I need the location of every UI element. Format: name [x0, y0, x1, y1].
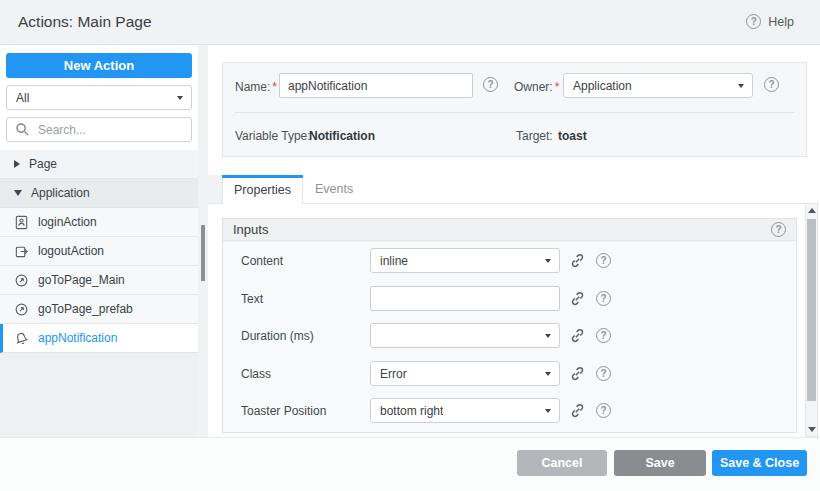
- sidebar-item-page[interactable]: Page: [0, 150, 198, 179]
- filter-select[interactable]: All: [6, 85, 192, 110]
- class-select[interactable]: Error: [370, 361, 560, 386]
- properties-scrollbar[interactable]: [805, 203, 818, 437]
- field-label: Text: [241, 292, 263, 306]
- login-icon: [14, 215, 29, 230]
- tab-events[interactable]: Events: [303, 175, 365, 203]
- toaster-position-select[interactable]: bottom right: [370, 398, 560, 423]
- tab-bar-spacer: [208, 175, 222, 203]
- target-label: Target:: [516, 129, 553, 143]
- bind-link-icon[interactable]: [569, 290, 586, 307]
- chevron-down-icon: [545, 259, 551, 263]
- notification-icon: [14, 331, 29, 346]
- sidebar-scrollbar-thumb[interactable]: [201, 225, 205, 281]
- tree-item-label: goToPage_Main: [38, 273, 125, 287]
- tree-item-label: appNotification: [38, 331, 117, 345]
- field-row-text: Text: [241, 286, 786, 311]
- filter-select-value: All: [16, 91, 29, 105]
- field-label: Duration (ms): [241, 329, 314, 343]
- chevron-down-icon: [738, 84, 744, 88]
- help-button[interactable]: Help: [746, 14, 794, 29]
- help-icon: [746, 14, 761, 29]
- owner-help-icon[interactable]: [764, 77, 779, 92]
- dialog-header: Actions: Main Page Help: [0, 0, 820, 45]
- navigate-icon: [14, 273, 29, 288]
- text-input[interactable]: [370, 286, 560, 311]
- search-input[interactable]: [36, 122, 183, 138]
- field-row-content: Content inline: [241, 248, 786, 273]
- field-label: Content: [241, 254, 283, 268]
- duration-select[interactable]: [370, 323, 560, 348]
- sidebar-item-application[interactable]: Application: [0, 179, 198, 208]
- chevron-down-icon: [545, 372, 551, 376]
- properties-scrollbar-thumb[interactable]: [807, 219, 816, 401]
- search-icon: [15, 122, 30, 137]
- chevron-down-icon: [545, 334, 551, 338]
- bind-link-icon[interactable]: [569, 252, 586, 269]
- sidebar-item-loginaction[interactable]: loginAction: [0, 208, 198, 237]
- chevron-down-icon: [14, 190, 22, 196]
- sidebar-scrollbar[interactable]: [198, 45, 208, 437]
- dialog-footer: Cancel Save Save & Close: [0, 437, 820, 491]
- main-panel: Name:* Owner:* Application Variable Type…: [208, 45, 820, 437]
- field-label: Class: [241, 367, 271, 381]
- navigate-icon: [14, 302, 29, 317]
- sidebar: New Action All Page Application: [0, 45, 198, 437]
- inputs-panel: Inputs Content inline Text: [222, 218, 797, 433]
- scroll-up-icon[interactable]: [808, 208, 816, 213]
- field-row-class: Class Error: [241, 361, 786, 386]
- tab-bar: Properties Events: [208, 175, 806, 204]
- owner-select-value: Application: [573, 79, 632, 93]
- sidebar-item-appnotification[interactable]: appNotification: [0, 324, 198, 353]
- tree-item-label: Application: [31, 186, 90, 200]
- details-panel: Name:* Owner:* Application Variable Type…: [222, 62, 807, 157]
- required-asterisk: *: [555, 80, 560, 94]
- sidebar-item-gotopage-main[interactable]: goToPage_Main: [0, 266, 198, 295]
- chevron-right-icon: [14, 160, 20, 168]
- class-select-value: Error: [380, 367, 407, 381]
- chevron-down-icon: [545, 409, 551, 413]
- owner-label: Owner:*: [514, 80, 559, 94]
- tree-item-label: goToPage_prefab: [38, 302, 133, 316]
- field-row-toaster-position: Toaster Position bottom right: [241, 398, 786, 423]
- inputs-help-icon[interactable]: [771, 222, 786, 237]
- tree-item-label: loginAction: [38, 215, 97, 229]
- new-action-button[interactable]: New Action: [6, 53, 192, 78]
- content-select-value: inline: [380, 254, 408, 268]
- divider: [235, 112, 794, 113]
- sidebar-item-gotopage-prefab[interactable]: goToPage_prefab: [0, 295, 198, 324]
- bind-link-icon[interactable]: [569, 327, 586, 344]
- toaster-position-select-value: bottom right: [380, 404, 443, 418]
- tab-properties[interactable]: Properties: [222, 175, 303, 204]
- content-select[interactable]: inline: [370, 248, 560, 273]
- field-help-icon[interactable]: [596, 253, 611, 268]
- field-help-icon[interactable]: [596, 403, 611, 418]
- target-value: toast: [558, 129, 587, 143]
- variable-type-label: Variable Type:: [235, 129, 311, 143]
- help-label: Help: [768, 15, 794, 29]
- variable-type-value: Notification: [309, 129, 375, 143]
- name-label: Name:*: [235, 80, 277, 94]
- cancel-button[interactable]: Cancel: [517, 450, 607, 476]
- inputs-panel-header: Inputs: [223, 219, 796, 241]
- tree-item-label: logoutAction: [38, 244, 104, 258]
- owner-select[interactable]: Application: [563, 73, 753, 98]
- name-input[interactable]: [279, 73, 473, 98]
- scroll-down-icon[interactable]: [808, 427, 816, 432]
- bind-link-icon[interactable]: [569, 402, 586, 419]
- field-help-icon[interactable]: [596, 291, 611, 306]
- field-label: Toaster Position: [241, 404, 326, 418]
- tree-item-label: Page: [29, 157, 57, 171]
- sidebar-item-logoutaction[interactable]: logoutAction: [0, 237, 198, 266]
- page-title: Actions: Main Page: [18, 13, 152, 31]
- field-help-icon[interactable]: [596, 366, 611, 381]
- required-asterisk: *: [272, 80, 277, 94]
- field-help-icon[interactable]: [596, 328, 611, 343]
- bind-link-icon[interactable]: [569, 365, 586, 382]
- logout-icon: [14, 244, 29, 259]
- save-and-close-button[interactable]: Save & Close: [712, 450, 807, 476]
- chevron-down-icon: [177, 96, 183, 100]
- name-help-icon[interactable]: [483, 77, 498, 92]
- search-box[interactable]: [6, 117, 192, 142]
- field-row-duration: Duration (ms): [241, 323, 786, 348]
- save-button[interactable]: Save: [614, 450, 706, 476]
